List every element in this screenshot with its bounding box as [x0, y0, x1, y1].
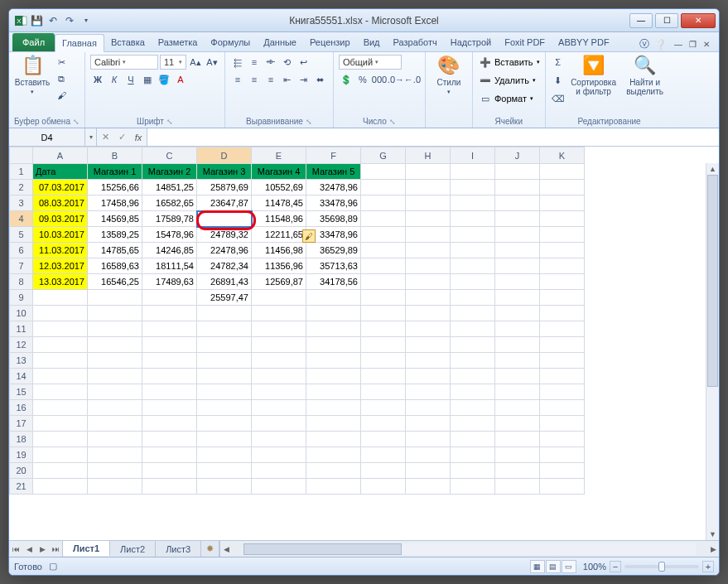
cell[interactable] [451, 384, 495, 400]
cell[interactable] [306, 321, 361, 337]
percent-icon[interactable]: % [355, 72, 370, 87]
row-header[interactable]: 17 [10, 416, 33, 432]
cell[interactable] [540, 369, 585, 384]
cell[interactable]: Магазин 2 [142, 164, 197, 180]
cell[interactable] [88, 416, 142, 432]
sheet-nav-last-icon[interactable]: ⏭ [49, 545, 62, 553]
sort-filter-button[interactable]: 🔽 Сортировка и фильтр [569, 55, 619, 96]
cell[interactable] [306, 432, 361, 447]
cell[interactable] [406, 306, 451, 321]
col-header[interactable]: F [306, 147, 361, 164]
cell[interactable] [451, 258, 495, 274]
cell[interactable] [33, 353, 88, 369]
comma-icon[interactable]: 000 [372, 72, 387, 87]
cell[interactable] [361, 463, 406, 479]
cell[interactable]: 14785,65 [88, 243, 142, 258]
indent-dec-icon[interactable]: ⇤ [280, 72, 295, 87]
cell[interactable] [406, 447, 451, 463]
new-sheet-button[interactable]: ✸ [201, 541, 219, 557]
cell[interactable]: Магазин 3 [197, 164, 252, 180]
cell[interactable] [197, 384, 252, 400]
cell[interactable] [406, 227, 451, 243]
cell[interactable] [495, 290, 540, 306]
cell[interactable] [88, 400, 142, 416]
macro-record-icon[interactable]: ▢ [49, 561, 57, 572]
cell[interactable] [495, 274, 540, 290]
dialog-launcher-icon[interactable]: ⤡ [389, 118, 396, 126]
cell[interactable] [495, 384, 540, 400]
row-header[interactable]: 5 [10, 227, 33, 243]
sheet-tab[interactable]: Лист1 [63, 540, 110, 556]
row-header[interactable]: 6 [10, 243, 33, 258]
cell[interactable] [33, 400, 88, 416]
cell[interactable] [142, 463, 197, 479]
minimize-ribbon-icon[interactable]: ⓥ [639, 37, 649, 51]
cell[interactable] [33, 306, 88, 321]
cell[interactable] [451, 321, 495, 337]
cell[interactable] [142, 479, 197, 495]
cell[interactable]: 17489,63 [142, 274, 197, 290]
cell[interactable] [361, 274, 406, 290]
row-header[interactable]: 19 [10, 447, 33, 463]
cell[interactable]: 10.03.2017 [33, 227, 88, 243]
cell[interactable] [495, 463, 540, 479]
cell[interactable] [540, 258, 585, 274]
cell[interactable]: 11548,96 [252, 211, 306, 227]
view-page-break-icon[interactable]: ▭ [562, 560, 576, 573]
cell[interactable]: 15478,96 [142, 227, 197, 243]
cell[interactable] [252, 463, 306, 479]
cell[interactable] [361, 447, 406, 463]
cell[interactable] [451, 479, 495, 495]
cell[interactable] [540, 447, 585, 463]
format-painter-icon[interactable]: 🖌 [54, 88, 69, 103]
tab-abbyy[interactable]: ABBYY PDF [552, 33, 616, 51]
cell[interactable] [142, 432, 197, 447]
maximize-button[interactable]: ☐ [655, 13, 678, 28]
cell[interactable] [197, 353, 252, 369]
cell[interactable] [451, 463, 495, 479]
cell[interactable] [142, 447, 197, 463]
cell[interactable] [142, 416, 197, 432]
select-all-corner[interactable] [10, 147, 33, 164]
cell[interactable] [306, 337, 361, 353]
cell[interactable]: 11456,98 [252, 243, 306, 258]
name-box-input[interactable] [9, 133, 84, 142]
save-icon[interactable]: 💾 [29, 13, 44, 28]
col-header[interactable]: G [361, 147, 406, 164]
cell[interactable] [33, 369, 88, 384]
cell[interactable] [252, 416, 306, 432]
cell[interactable] [451, 447, 495, 463]
cell[interactable] [540, 416, 585, 432]
cell[interactable]: 35713,63 [306, 258, 361, 274]
cell[interactable]: 13.03.2017 [33, 274, 88, 290]
cell[interactable] [361, 164, 406, 180]
cell[interactable] [495, 195, 540, 211]
formula-input[interactable] [147, 128, 719, 146]
cell[interactable] [495, 447, 540, 463]
sheet-nav-prev-icon[interactable]: ◀ [22, 545, 36, 553]
cell[interactable] [540, 353, 585, 369]
cell[interactable] [361, 384, 406, 400]
col-header[interactable]: J [495, 147, 540, 164]
row-header[interactable]: 12 [10, 337, 33, 353]
tab-review[interactable]: Рецензир [303, 33, 357, 51]
cell[interactable] [495, 416, 540, 432]
font-color-icon[interactable]: A [173, 72, 188, 87]
cell[interactable] [495, 353, 540, 369]
cell[interactable]: 25597,47 [197, 290, 252, 306]
cell[interactable] [361, 321, 406, 337]
cell[interactable] [252, 353, 306, 369]
cell[interactable]: 23647,87 [197, 195, 252, 211]
cell[interactable] [306, 369, 361, 384]
undo-icon[interactable]: ↶ [46, 13, 60, 28]
cell[interactable]: 09.03.2017 [33, 211, 88, 227]
cell[interactable] [540, 321, 585, 337]
orientation-icon[interactable]: ⟲ [280, 55, 295, 70]
autosum-icon[interactable]: Σ [551, 55, 566, 70]
cell[interactable] [406, 369, 451, 384]
cell[interactable] [495, 369, 540, 384]
cell[interactable] [252, 306, 306, 321]
fx-icon[interactable]: fx [130, 133, 147, 142]
cell[interactable] [33, 321, 88, 337]
cell[interactable] [252, 447, 306, 463]
